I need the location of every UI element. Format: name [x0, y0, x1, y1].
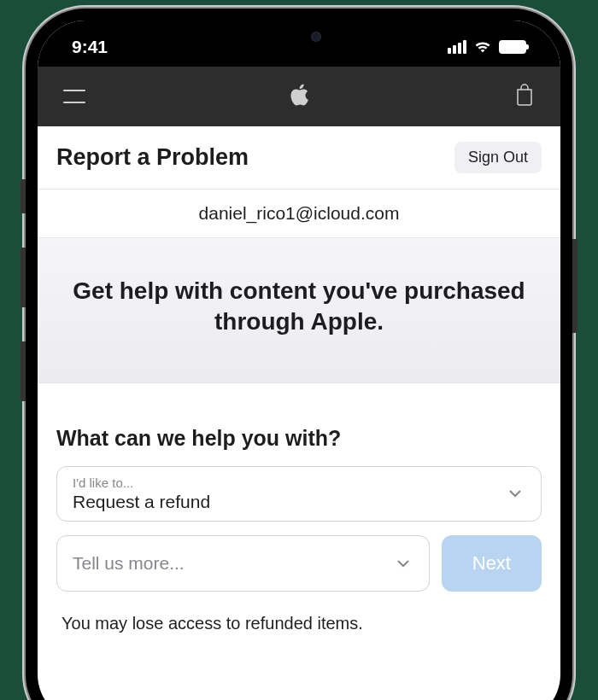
dropdown-label: I'd like to... [73, 475, 525, 490]
signout-button[interactable]: Sign Out [454, 142, 542, 173]
disclaimer-text: You may lose access to refunded items. [56, 614, 542, 633]
next-button[interactable]: Next [442, 535, 542, 592]
nav-bar [38, 67, 560, 126]
battery-icon [499, 40, 526, 54]
status-time: 9:41 [72, 37, 108, 57]
request-type-dropdown[interactable]: I'd like to... Request a refund [56, 466, 542, 522]
apple-logo-icon [290, 83, 310, 110]
bag-icon[interactable] [514, 83, 535, 110]
account-email: daniel_rico1@icloud.com [38, 190, 560, 238]
form-heading: What can we help you with? [56, 426, 542, 451]
status-icons [448, 40, 526, 54]
menu-icon[interactable] [63, 90, 85, 103]
cellular-signal-icon [448, 40, 466, 54]
dropdown-placeholder: Tell us more... [73, 545, 413, 582]
wifi-icon [473, 40, 492, 54]
phone-frame: 9:41 [26, 9, 572, 700]
notch [209, 20, 389, 53]
chevron-down-icon [508, 486, 522, 501]
dropdown-value: Request a refund [73, 492, 525, 512]
chevron-down-icon [396, 556, 410, 571]
form-section: What can we help you with? I'd like to..… [38, 383, 560, 642]
header-row: Report a Problem Sign Out [38, 126, 560, 190]
hero-text: Get help with content you've purchased t… [67, 276, 531, 338]
page-title: Report a Problem [56, 144, 249, 171]
reason-dropdown[interactable]: Tell us more... [56, 535, 430, 592]
hero-banner: Get help with content you've purchased t… [38, 238, 560, 383]
screen: 9:41 [38, 20, 560, 700]
